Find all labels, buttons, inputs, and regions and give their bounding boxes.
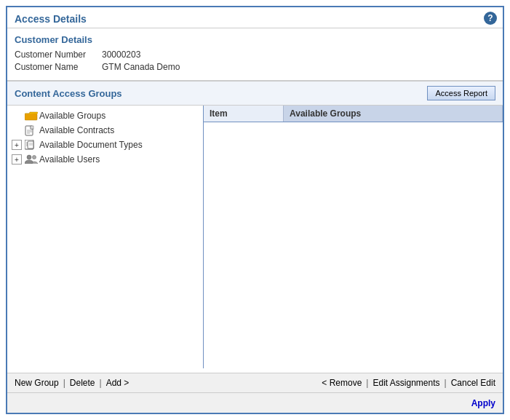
document-list-icon-doc-types [25,140,36,150]
content-access-title: Content Access Groups [15,88,122,99]
table-body [204,122,503,368]
customer-number-row: Customer Number 30000203 [15,49,495,60]
sep-4: | [445,378,447,388]
expand-placeholder-groups [12,111,22,121]
help-icon[interactable]: ? [484,12,497,25]
add-link[interactable]: Add > [106,378,130,388]
apply-link[interactable]: Apply [471,398,495,408]
apply-bar: Apply [7,392,503,413]
sep-3: | [366,378,368,388]
col-header-item: Item [204,106,284,122]
content-access-header: Content Access Groups Access Report [7,82,503,106]
expand-btn-document-types[interactable]: + [12,140,22,150]
tree-item-available-users[interactable]: + Available Users [7,152,203,167]
document-icon-contracts [25,125,36,135]
content-body: Available Groups Available Contracts [7,106,503,368]
right-table-panel: Item Available Groups [204,106,503,368]
remove-link[interactable]: < Remove [322,378,362,388]
tree-label-available-groups: Available Groups [39,111,105,121]
users-icon-available-users [25,154,36,165]
tree-label-available-users: Available Users [39,154,100,165]
sep-2: | [100,378,102,388]
sep-1: | [63,378,65,388]
customer-name-label: Customer Name [15,62,102,72]
customer-details-section: Customer Details Customer Number 3000020… [7,28,503,82]
page-title: Access Details [7,7,503,28]
access-report-button[interactable]: Access Report [427,86,495,100]
tree-item-available-contracts[interactable]: Available Contracts [7,123,203,138]
left-tree-panel: Available Groups Available Contracts [7,106,204,368]
tree-item-available-document-types[interactable]: + Available Document Types [7,138,203,152]
tree-label-available-contracts: Available Contracts [39,125,114,135]
svg-rect-2 [31,126,33,129]
main-container: ? Access Details Customer Details Custom… [6,6,504,414]
tree-label-available-document-types: Available Document Types [39,140,143,150]
col-header-available-groups: Available Groups [284,106,503,122]
customer-details-title: Customer Details [15,34,495,45]
expand-btn-users[interactable]: + [12,154,22,165]
toolbar-left: New Group | Delete | Add > [15,378,129,388]
svg-rect-0 [25,114,37,120]
cancel-edit-link[interactable]: Cancel Edit [451,378,495,388]
customer-name-row: Customer Name GTM Canada Demo [15,62,495,72]
customer-number-label: Customer Number [15,49,102,60]
expand-placeholder-contracts [12,125,22,135]
tree-item-available-groups[interactable]: Available Groups [7,108,203,123]
edit-assignments-link[interactable]: Edit Assignments [372,378,439,388]
table-header: Item Available Groups [204,106,503,122]
svg-point-13 [27,155,31,159]
svg-point-14 [33,156,36,159]
customer-number-value: 30000203 [102,49,140,60]
toolbar-right: < Remove | Edit Assignments | Cancel Edi… [322,378,495,388]
folder-icon-groups [25,111,36,121]
bottom-toolbar: New Group | Delete | Add > < Remove | Ed… [7,373,503,392]
customer-name-value: GTM Canada Demo [102,62,180,72]
delete-link[interactable]: Delete [70,378,95,388]
new-group-link[interactable]: New Group [15,378,59,388]
